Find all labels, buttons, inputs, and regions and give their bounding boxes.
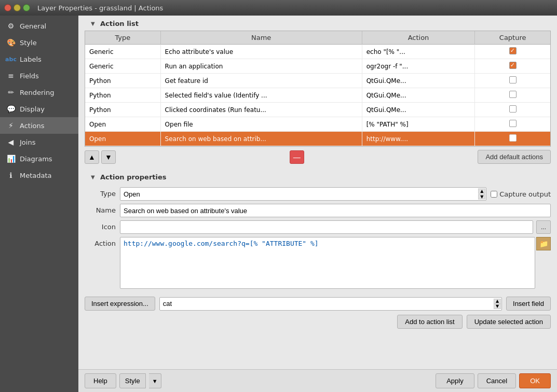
cell-action: http://www.... xyxy=(362,132,475,146)
insert-expression-button[interactable]: Insert expression... xyxy=(85,297,155,311)
field-input[interactable] xyxy=(159,297,502,311)
sidebar-item-label: Metadata xyxy=(20,172,52,179)
cell-capture[interactable] xyxy=(475,88,550,103)
cell-action: ogr2ogr -f "... xyxy=(362,59,475,74)
sidebar-item-style[interactable]: 🎨 Style xyxy=(0,34,78,51)
cell-capture[interactable] xyxy=(475,103,550,117)
action-textarea[interactable] xyxy=(120,237,535,289)
action-props-toggle[interactable]: ▼ xyxy=(91,174,97,180)
table-row[interactable]: Open Open file [% "PATH" %] xyxy=(85,117,550,132)
window-controls[interactable] xyxy=(4,4,30,11)
cell-capture[interactable] xyxy=(475,132,550,146)
help-button[interactable]: Help xyxy=(85,373,116,388)
icon-input[interactable] xyxy=(120,220,533,234)
sidebar-item-fields[interactable]: ≡ Fields xyxy=(0,67,78,84)
name-input[interactable] xyxy=(120,204,551,217)
col-name-header: Name xyxy=(160,31,362,45)
cell-capture[interactable] xyxy=(475,117,550,132)
action-table-container: Type Name Action Capture Generic Echo at… xyxy=(85,31,551,147)
field-down-arrow[interactable]: ▼ xyxy=(494,304,501,309)
style-dropdown-button[interactable]: ▼ xyxy=(149,373,161,388)
name-label: Name xyxy=(85,204,116,214)
sidebar: ⚙ General 🎨 Style abc Labels ≡ Fields ✏ … xyxy=(0,16,78,392)
action-list-toggle[interactable]: ▼ xyxy=(91,21,97,27)
sidebar-item-general[interactable]: ⚙ General xyxy=(0,18,78,34)
cell-type: Generic xyxy=(85,59,160,74)
table-row[interactable]: Python Clicked coordinates (Run featu...… xyxy=(85,103,550,117)
sidebar-item-label: Labels xyxy=(20,55,42,63)
action-properties-section: ▼ Action properties Type ▲ ▼ xyxy=(78,169,557,369)
type-label: Type xyxy=(85,187,116,198)
apply-button[interactable]: Apply xyxy=(436,373,474,388)
action-file-button[interactable]: 📁 xyxy=(536,237,551,250)
col-action-header: Action xyxy=(362,31,475,45)
table-row[interactable]: Python Selected field's value (Identify … xyxy=(85,88,550,103)
insert-field-button[interactable]: Insert field xyxy=(506,297,551,311)
maximize-button[interactable] xyxy=(23,4,30,11)
footer-left: Help Style ▼ xyxy=(85,373,161,388)
labels-icon: abc xyxy=(6,54,16,64)
table-row[interactable]: Python Get feature id QtGui.QMe... xyxy=(85,74,550,88)
cell-name: Search on web based on attrib... xyxy=(160,132,362,146)
footer-right: Apply Cancel OK xyxy=(436,373,551,388)
sidebar-item-joins[interactable]: ◀ Joins xyxy=(0,134,78,150)
minimize-button[interactable] xyxy=(13,4,21,11)
table-row[interactable]: Open Search on web based on attrib... ht… xyxy=(85,132,550,146)
close-button[interactable] xyxy=(4,4,11,11)
type-input[interactable] xyxy=(120,187,486,201)
update-selected-action-button[interactable]: Update selected action xyxy=(467,315,551,329)
ok-button[interactable]: OK xyxy=(519,373,551,388)
cell-type: Generic xyxy=(85,45,160,59)
delete-action-button[interactable]: — xyxy=(290,150,304,164)
rendering-icon: ✏ xyxy=(6,88,16,97)
cell-name: Clicked coordinates (Run featu... xyxy=(160,103,362,117)
window-title: Layer Properties - grassland | Actions xyxy=(37,4,163,12)
type-down-arrow[interactable]: ▼ xyxy=(478,194,485,200)
cell-capture[interactable] xyxy=(475,59,550,74)
cell-capture[interactable] xyxy=(475,74,550,88)
field-spinner[interactable]: ▲ ▼ xyxy=(494,299,501,309)
table-row[interactable]: Generic Echo attribute's value echo "[% … xyxy=(85,45,550,59)
action-bottom-bar: Insert expression... ▲ ▼ Insert field xyxy=(85,293,551,313)
sidebar-item-display[interactable]: 💬 Display xyxy=(0,101,78,117)
cell-name: Run an application xyxy=(160,59,362,74)
style-button[interactable]: Style xyxy=(119,373,146,388)
capture-output-checkbox[interactable] xyxy=(491,191,497,198)
cell-type: Open xyxy=(85,117,160,132)
sidebar-item-labels[interactable]: abc Labels xyxy=(0,51,78,67)
sidebar-item-actions[interactable]: ⚡ Actions xyxy=(0,117,78,134)
type-up-arrow[interactable]: ▲ xyxy=(478,189,485,194)
sidebar-item-label: General xyxy=(20,22,46,30)
action-props-title: Action properties xyxy=(100,173,167,181)
cancel-button[interactable]: Cancel xyxy=(478,373,516,388)
cell-action: [% "PATH" %] xyxy=(362,117,475,132)
add-update-bar: Add to action list Update selected actio… xyxy=(85,313,551,331)
sidebar-item-label: Style xyxy=(20,39,37,47)
move-up-button[interactable]: ▲ xyxy=(85,150,99,164)
sidebar-item-label: Display xyxy=(20,105,45,113)
col-capture-header: Capture xyxy=(475,31,550,45)
add-default-actions-button[interactable]: Add default actions xyxy=(478,150,551,164)
icon-browse-button[interactable]: ... xyxy=(536,220,551,234)
capture-output-text: Capture output xyxy=(499,190,551,198)
table-row[interactable]: Generic Run an application ogr2ogr -f ".… xyxy=(85,59,550,74)
action-list-title: Action list xyxy=(100,20,139,27)
sidebar-item-rendering[interactable]: ✏ Rendering xyxy=(0,84,78,101)
add-to-action-list-button[interactable]: Add to action list xyxy=(397,315,462,329)
cell-type: Open xyxy=(85,132,160,146)
type-spinner[interactable]: ▲ ▼ xyxy=(478,189,485,200)
move-down-button[interactable]: ▼ xyxy=(101,150,116,164)
sidebar-item-diagrams[interactable]: 📊 Diagrams xyxy=(0,150,78,167)
sidebar-item-label: Fields xyxy=(20,72,39,80)
form-grid: Type ▲ ▼ Capture output Name xyxy=(85,184,551,293)
cell-action: echo "[% "... xyxy=(362,45,475,59)
sidebar-item-metadata[interactable]: ℹ Metadata xyxy=(0,167,78,184)
sidebar-item-label: Joins xyxy=(20,138,35,146)
sidebar-item-label: Rendering xyxy=(20,89,54,96)
sidebar-item-label: Diagrams xyxy=(20,155,52,163)
metadata-icon: ℹ xyxy=(6,171,16,180)
field-up-arrow[interactable]: ▲ xyxy=(494,299,501,304)
icon-row: ... xyxy=(120,220,551,234)
cell-capture[interactable] xyxy=(475,45,550,59)
dialog-footer: Help Style ▼ Apply Cancel OK xyxy=(78,369,557,392)
